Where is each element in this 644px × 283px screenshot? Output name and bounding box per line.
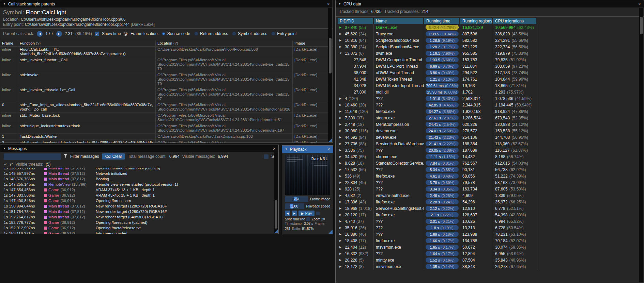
- expand-icon[interactable]: ▶: [339, 246, 343, 249]
- cpu-running-time-bar[interactable]: 2.46 s(0.26%): [426, 193, 459, 198]
- expand-icon[interactable]: ▶: [339, 220, 343, 223]
- close-icon[interactable]: ×: [327, 2, 330, 6]
- message-row[interactable]: 1s 145,557,997ns Main thread(37,812) Net…: [0, 171, 278, 176]
- cpu-table-row[interactable]: ▶4,740(37) ??? 2.01 s(0.21%) 10,626 6,99…: [338, 218, 644, 224]
- expand-icon[interactable]: ▶: [339, 252, 343, 255]
- callstack-table-row[interactable]: 0 std::_Func_impl_no_alloc<<lambda_5bc22…: [0, 102, 333, 113]
- expand-icon[interactable]: ▶: [339, 200, 343, 203]
- frame-location-radio[interactable]: Return address: [194, 31, 228, 36]
- next-parent-button[interactable]: ▶: [56, 31, 62, 37]
- message-row[interactable]: 1s 153,116,371ns Game(36,912) Intro menu…: [0, 231, 278, 234]
- cpu-running-time-bar[interactable]: 1:03.5(6.60%): [426, 57, 459, 62]
- prev-parent-button[interactable]: ◀: [37, 31, 43, 37]
- cpu-running-time-bar[interactable]: 21.43 s(2.23%): [426, 135, 459, 140]
- filter-input[interactable]: [4, 153, 61, 160]
- frame-slider[interactable]: 261: [285, 196, 308, 202]
- shuffle-icon[interactable]: ⇄: [10, 162, 13, 167]
- cpu-running-time-bar[interactable]: 34.27 s(3.56%): [426, 109, 459, 114]
- cpu-running-time-bar[interactable]: 1:39.5(10.34%): [426, 31, 459, 36]
- cpu-table-row[interactable]: ▶4,632(2) vmware-authd.exe 2.46 s(0.26%)…: [338, 192, 644, 199]
- cpu-table-row[interactable]: ▶34,420(65) chrome.exe 11.11 s(1.15%) 14…: [338, 153, 644, 160]
- resize-grip[interactable]: [328, 230, 333, 234]
- cpu-table-row[interactable]: ▶17,532(56) ??? 5.34 s(0.55%) 90,181 56,…: [338, 166, 644, 173]
- frame-location-radio[interactable]: Entry point: [271, 31, 296, 36]
- callstack-table-row[interactable]: inline Floor::CalcLight::__l4::<lambda_5…: [0, 47, 333, 57]
- radio-circle[interactable]: [232, 32, 236, 36]
- cpu-titlebar[interactable]: ▼ CPU data ×: [336, 0, 644, 7]
- cpu-table-row[interactable]: 38,000 uDWM Event Thread 3.86 s(0.40%) 2…: [338, 69, 644, 76]
- cpu-running-time-bar[interactable]: 2.12 s(0.22%): [426, 206, 459, 211]
- col-running-regions[interactable]: Running regions: [460, 18, 492, 24]
- cpu-running-time-bar[interactable]: 24.01 s(2.50%): [426, 128, 459, 133]
- messages-titlebar[interactable]: ▼ Messages ×: [0, 145, 278, 152]
- resize-grip[interactable]: [274, 229, 278, 233]
- check-icon[interactable]: ✓: [4, 162, 7, 167]
- expand-icon[interactable]: ▶: [339, 123, 343, 126]
- cpu-running-time-bar[interactable]: 1.52 s(0.16%): [426, 257, 459, 263]
- sync-timeline-checkbox[interactable]: [316, 212, 320, 215]
- cpu-running-time-bar[interactable]: 25.93 ms(0.00%): [426, 89, 459, 95]
- cpu-table-row[interactable]: ▶4(120) ??? 1:01.9(6.43%) 2,593,314 1,07…: [338, 95, 644, 102]
- expand-icon[interactable]: ▶: [339, 233, 343, 236]
- callstack-table-row[interactable]: inline std::_Invoker_ret<void,1>::_Call …: [0, 87, 333, 102]
- speed-slider[interactable]: 1.00: [285, 203, 304, 209]
- message-row[interactable]: 1s 150,994,644ns Main thread(37,812) New…: [0, 203, 278, 209]
- cpu-running-time-bar[interactable]: 6:42.4(41.76%): [426, 25, 459, 30]
- cpu-table-row[interactable]: ▶16,332(982) ??? 1.64 s(0.17%) 12,894 6,…: [338, 250, 644, 257]
- cpu-table-row[interactable]: ▶20,120(17) firefox.exe 2.1 s(0.22%) 128…: [338, 212, 644, 218]
- cpu-running-time-bar[interactable]: 1.8 s(0.19%): [426, 225, 459, 230]
- prev-frame-button[interactable]: ◀: [285, 211, 290, 216]
- resize-grip[interactable]: [328, 138, 332, 142]
- cpu-table-row[interactable]: ▶37,840(55) DarkRL.exe 6:42.4(41.76%) 16…: [338, 24, 644, 31]
- cpu-running-time-bar[interactable]: 1:01.9(6.43%): [426, 96, 459, 101]
- expand-icon[interactable]: ▶: [339, 226, 343, 229]
- collapse-icon[interactable]: ▼: [338, 2, 341, 5]
- cpu-table-row[interactable]: ▶7,300(37) steam.exe 27.61 s(2.87%) 1,28…: [338, 115, 644, 121]
- col-cpu-migrations[interactable]: CPU migrations: [493, 18, 536, 24]
- expand-icon[interactable]: ▶: [339, 129, 343, 132]
- close-icon[interactable]: ×: [273, 146, 276, 151]
- cpu-running-time-bar[interactable]: 20.05 s(2.08%): [426, 148, 459, 153]
- expand-icon[interactable]: ▶: [339, 265, 343, 268]
- expand-icon[interactable]: ▶: [339, 187, 343, 190]
- cpu-table-row[interactable]: ▶27,736(88) ServiceHub.DataWarehouse 21.…: [338, 140, 644, 147]
- expand-icon[interactable]: ▶: [339, 162, 343, 165]
- message-row[interactable]: 1s 147,383,566ns Game(36,912) VRAM 43x45…: [0, 193, 278, 198]
- callstack-scrollbar[interactable]: [328, 8, 332, 142]
- cpu-running-time-bar[interactable]: 2.01 s(0.21%): [426, 219, 459, 224]
- radio-circle[interactable]: [271, 32, 275, 36]
- cpu-running-time-bar[interactable]: 1.64 s(0.17%): [426, 251, 459, 256]
- callstack-table-row[interactable]: inline std::unique_lock<std::mutex>::loc…: [0, 123, 333, 134]
- zoom-checkbox[interactable]: [306, 217, 310, 221]
- expand-icon[interactable]: ▶: [339, 26, 343, 29]
- cpu-table-row[interactable]: 27,800 ntdll.dll 25.93 ms(0.00%) 1,702 1…: [338, 89, 644, 95]
- col-running-time[interactable]: Running time: [424, 18, 459, 24]
- col-pid[interactable]: PID/TID: [338, 18, 373, 24]
- cpu-table-row[interactable]: ▶22,404(12) msvsmon.exe 1.65 s(0.17%) 50…: [338, 244, 644, 250]
- message-row[interactable]: 1s 147,354,456ns Game(36,912) VRAM 37x45…: [0, 187, 278, 193]
- cpu-running-time-bar[interactable]: 1.69 s(0.18%): [426, 232, 459, 237]
- cpu-running-time-bar[interactable]: 5.34 s(0.55%): [426, 167, 459, 172]
- expand-icon[interactable]: ▶: [339, 97, 343, 100]
- callstack-titlebar[interactable]: ▼ Call stack sample parents ×: [0, 0, 333, 7]
- messages-scrollbar[interactable]: [274, 152, 278, 233]
- collapse-icon[interactable]: ▼: [3, 147, 6, 150]
- cpu-running-time-bar[interactable]: 27.61 s(2.87%): [426, 115, 459, 120]
- cpu-running-time-bar[interactable]: 3.86 s(0.40%): [426, 70, 459, 75]
- show-time-checkbox[interactable]: ✓: [95, 32, 99, 36]
- collapse-icon[interactable]: ▼: [285, 148, 288, 151]
- cpu-table-row[interactable]: ▶35,916(26) ??? 1.8 s(0.19%) 13,313 6,72…: [338, 224, 644, 231]
- cpu-table-row[interactable]: 41,348 DWM Token Thread 1.21 s(0.13%) 17…: [338, 76, 644, 82]
- frame-location-radio[interactable]: Symbol address: [232, 31, 267, 36]
- cpu-table-row[interactable]: ▶18,460(20) ??? 42.85 s(4.45%) 2,344,915…: [338, 102, 644, 108]
- frame-location-radio[interactable]: Source code: [162, 31, 190, 36]
- cpu-running-time-bar[interactable]: 2.1 s(0.22%): [426, 212, 459, 217]
- cpu-scrollbar[interactable]: [639, 8, 643, 282]
- expand-icon[interactable]: ▶: [339, 149, 343, 152]
- expand-icon[interactable]: ▶: [339, 213, 343, 216]
- cpu-table-row[interactable]: 37,904 DWM LPC Port Thread 6.69 s(0.70%)…: [338, 63, 644, 69]
- cpu-running-time-bar[interactable]: 42.85 s(4.45%): [426, 102, 459, 107]
- expand-icon[interactable]: ▶: [339, 45, 343, 48]
- cpu-table-row[interactable]: 34,028 DWM Master Input Thread 799.64 ms…: [338, 82, 644, 89]
- callstack-table-row[interactable]: inline std::invoke C:\Program Files (x86…: [0, 72, 333, 87]
